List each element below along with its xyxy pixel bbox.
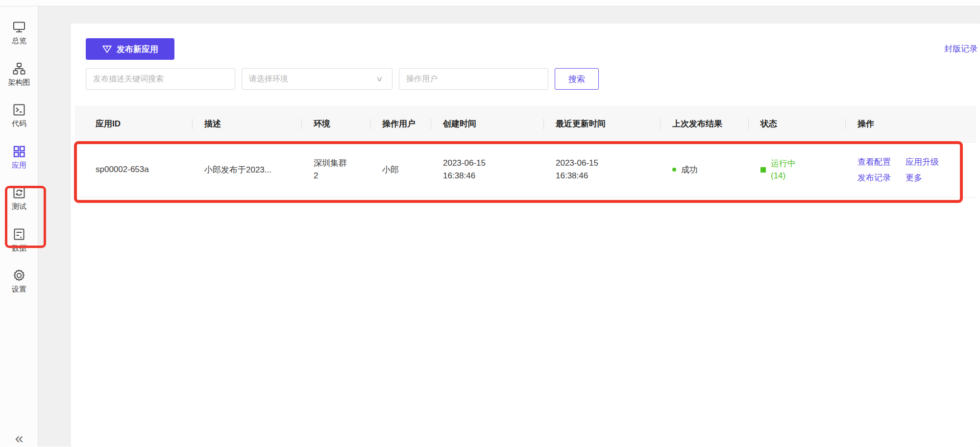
terminal-icon xyxy=(12,103,26,117)
table-row[interactable]: sp00002-653a 小郎发布于2023... 深圳集群2 小郎 2023-… xyxy=(75,142,976,197)
sidebar-item-settings[interactable]: 设置 xyxy=(0,269,38,294)
status-count: (14) xyxy=(771,170,796,182)
sidebar-item-label: 应用 xyxy=(12,161,26,170)
last-result-text: 成功 xyxy=(681,164,698,175)
publish-new-app-button[interactable]: 发布新应用 xyxy=(86,38,174,60)
sidebar-collapse-icon[interactable]: « xyxy=(0,431,38,446)
status-text: 运行中 xyxy=(771,157,796,170)
cell-created-time: 2023-06-15 16:38:46 xyxy=(431,142,544,197)
action-release-records-link[interactable]: 发布记录 xyxy=(858,172,891,183)
action-upgrade-app-link[interactable]: 应用升级 xyxy=(906,156,939,168)
keyword-search-input[interactable] xyxy=(86,68,235,90)
search-button[interactable]: 搜索 xyxy=(555,68,599,90)
content-card: 封版记录 发布新应用 请选择环境 ∨ 搜索 xyxy=(71,24,980,447)
cell-app-id: sp00002-653a xyxy=(75,142,193,197)
sidebar-item-data[interactable]: 数据 xyxy=(0,227,38,252)
chevron-down-icon: ∨ xyxy=(376,74,383,83)
table-header-row: 应用ID 描述 环境 操作用户 创建时间 最近更新时间 上次发布结果 状态 操作 xyxy=(75,106,976,142)
filter-bar: 请选择环境 ∨ 搜索 xyxy=(86,68,599,90)
cell-last-result: 成功 xyxy=(661,142,749,197)
environment-select[interactable]: 请选择环境 ∨ xyxy=(242,68,392,90)
col-header-updated-time: 最近更新时间 xyxy=(544,106,661,142)
main-area: 封版记录 发布新应用 请选择环境 ∨ 搜索 xyxy=(38,6,980,447)
app-grid-icon xyxy=(12,145,26,158)
sidebar-item-overview[interactable]: 总览 xyxy=(0,20,38,45)
sidebar-item-code[interactable]: 代码 xyxy=(0,103,38,128)
sidebar-item-label: 设置 xyxy=(12,285,26,294)
col-header-actions: 操作 xyxy=(846,106,976,142)
monitor-icon xyxy=(12,20,26,34)
col-header-operator: 操作用户 xyxy=(370,106,431,142)
sidebar-item-architecture[interactable]: 架构图 xyxy=(0,62,38,87)
top-strip xyxy=(0,0,980,6)
cell-actions: 查看配置 应用升级 发布记录 更多 xyxy=(846,142,976,197)
sidebar-item-test[interactable]: 测试 xyxy=(0,186,38,211)
action-more-link[interactable]: 更多 xyxy=(906,172,939,183)
environment-select-placeholder: 请选择环境 xyxy=(249,74,288,84)
col-header-created-time: 创建时间 xyxy=(431,106,544,142)
sidebar-item-label: 架构图 xyxy=(8,78,30,87)
cell-environment: 深圳集群2 xyxy=(302,142,370,197)
action-view-config-link[interactable]: 查看配置 xyxy=(858,156,891,168)
sidebar-item-label: 数据 xyxy=(12,244,26,252)
sidebar: 总览 架构图 代码 xyxy=(0,6,38,447)
col-header-description: 描述 xyxy=(193,106,302,142)
applications-table: 应用ID 描述 环境 操作用户 创建时间 最近更新时间 上次发布结果 状态 操作 xyxy=(75,106,976,198)
sitemap-icon xyxy=(12,62,26,75)
col-header-app-id: 应用ID xyxy=(75,106,193,142)
seal-record-link[interactable]: 封版记录 xyxy=(944,43,978,54)
cell-updated-time: 2023-06-15 16:38:46 xyxy=(544,142,661,197)
col-header-last-result: 上次发布结果 xyxy=(661,106,749,142)
cell-description: 小郎发布于2023... xyxy=(193,142,302,197)
success-dot-icon xyxy=(672,168,676,172)
cell-status: 运行中 (14) xyxy=(749,142,846,197)
sync-icon xyxy=(12,186,26,199)
sidebar-item-label: 测试 xyxy=(12,202,26,211)
database-icon xyxy=(12,227,26,241)
gear-icon xyxy=(12,269,26,282)
publish-button-label: 发布新应用 xyxy=(117,44,158,55)
sidebar-item-label: 总览 xyxy=(12,37,26,45)
cell-operator: 小郎 xyxy=(370,142,431,197)
operator-user-input[interactable] xyxy=(399,68,548,90)
sidebar-item-applications[interactable]: 应用 xyxy=(0,145,38,170)
running-square-icon xyxy=(760,167,766,173)
col-header-status: 状态 xyxy=(749,106,846,142)
send-icon xyxy=(102,44,112,54)
col-header-environment: 环境 xyxy=(302,106,370,142)
sidebar-item-label: 代码 xyxy=(12,120,26,128)
